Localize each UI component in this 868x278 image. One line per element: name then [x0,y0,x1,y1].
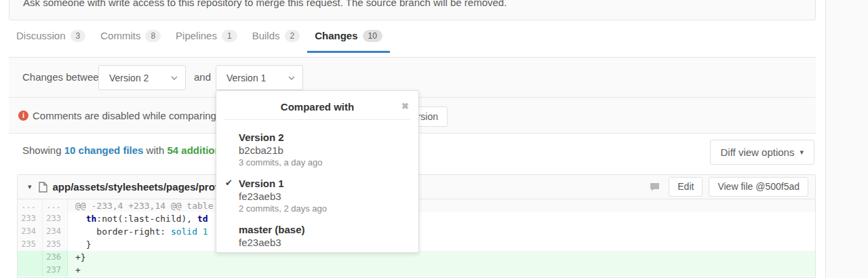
tab-count-badge: 10 [363,30,382,42]
version-select-left-value: Version 2 [109,73,149,83]
old-line-number[interactable]: 233 [18,212,43,225]
version-meta: 3 commits, a day ago [239,157,409,169]
tabs: Discussion3Commits8Pipelines1Builds2Chan… [9,20,390,53]
tab-pipelines[interactable]: Pipelines1 [168,20,245,53]
and-label: and [194,58,211,97]
tab-count-badge: 2 [285,30,300,42]
old-line-number[interactable] [18,251,43,264]
check-icon: ✔ [225,178,233,188]
tab-label: Pipelines [176,30,217,41]
diff-code-line: + [68,264,815,277]
diff-view-options-button[interactable]: Diff view options ▾ [710,140,814,165]
diff-code-line: border-right: solid 1 [68,225,815,238]
collapsed-right-sidebar[interactable] [825,0,868,278]
tab-label: Builds [252,30,280,41]
tab-label: Changes [315,30,357,41]
dropdown-item-version-1[interactable]: ✔Version 1fe23aeb32 commits, 2 days ago [216,172,418,218]
old-line-number[interactable]: 234 [18,225,43,238]
version-select-right-value: Version 1 [226,73,266,83]
with-label: with [146,144,165,156]
caret-down-icon: ▾ [800,148,804,157]
tab-count-badge: 1 [222,30,237,42]
version-sha: fe23aeb3 [239,236,409,249]
diff-code-line: } [68,238,815,251]
version-sha: b2cba21b [239,144,409,157]
new-line-number[interactable]: 235 [43,238,68,251]
new-line-number[interactable]: 237 [43,264,68,277]
dropdown-header: Compared with ✖ [224,91,410,120]
chevron-down-icon [170,75,178,81]
new-line-number[interactable]: 234 [43,225,68,238]
version-name: Version 2 [239,131,409,144]
file-document-icon [39,182,47,193]
version-name: Version 1 [239,177,409,190]
version-select-right[interactable]: Version 1 [216,65,303,90]
dropdown-item-version-2[interactable]: Version 2b2cba21b3 commits, a day ago [216,126,418,172]
view-file-button[interactable]: View file @500f5ad [709,177,808,197]
edit-file-button[interactable]: Edit [669,177,703,197]
changed-files-link[interactable]: 10 changed files [64,144,144,156]
dropdown-title: Compared with [281,101,354,113]
tab-count-badge: 8 [145,30,161,42]
file-actions: Edit View file @500f5ad [650,177,808,197]
comment-bubble-icon[interactable] [650,182,660,192]
info-circle-icon: i [18,111,28,121]
tab-count-badge: 3 [71,30,86,42]
diff-code-line: @@ -233,4 +233,14 @@ table [68,199,815,212]
showing-label: Showing [22,144,62,156]
version-select-left[interactable]: Version 2 [98,65,186,90]
collapse-caret-icon[interactable]: ▾ [28,182,32,191]
new-line-number[interactable]: ... [43,199,68,212]
diff-row: 237+ [18,264,815,277]
diff-view-options-label: Diff view options [721,146,795,158]
old-line-number[interactable] [18,264,43,277]
changes-between-label: Changes between [22,58,104,97]
chevron-down-icon [288,75,296,81]
merge-notice-text: Ask someone with write access to this re… [23,0,802,8]
compared-with-dropdown: Compared with ✖ Version 2b2cba21b3 commi… [216,90,419,253]
new-line-number[interactable]: 236 [43,251,68,264]
file-path[interactable]: app/assets/stylesheets/pages/profile [53,181,230,193]
version-sha: fe23aeb3 [239,190,409,203]
warning-text: Comments are disabled while comparing tw [33,110,229,121]
tab-discussion[interactable]: Discussion3 [9,20,93,53]
merge-request-widget: Ask someone with write access to this re… [9,0,816,20]
diff-code-line: th:not(:last-child), td [68,212,815,225]
dropdown-item-master-base-[interactable]: master (base)fe23aeb3 [216,218,418,252]
tab-label: Discussion [16,30,66,41]
diff-code-line: +} [68,251,815,264]
new-line-number[interactable]: 233 [43,212,68,225]
dropdown-list: Version 2b2cba21b3 commits, a day ago✔Ve… [216,120,418,258]
tab-changes[interactable]: Changes10 [307,20,390,53]
version-meta: 2 commits, 2 days ago [239,203,409,215]
tab-label: Commits [100,30,140,41]
version-name: master (base) [239,223,409,236]
old-line-number[interactable]: ... [18,199,43,212]
tab-commits[interactable]: Commits8 [93,20,168,53]
close-icon[interactable]: ✖ [401,101,409,111]
old-line-number[interactable]: 235 [18,238,43,251]
tab-builds[interactable]: Builds2 [245,20,308,53]
diff-stats-text: Showing 10 changed files with 54 additio… [22,144,246,156]
